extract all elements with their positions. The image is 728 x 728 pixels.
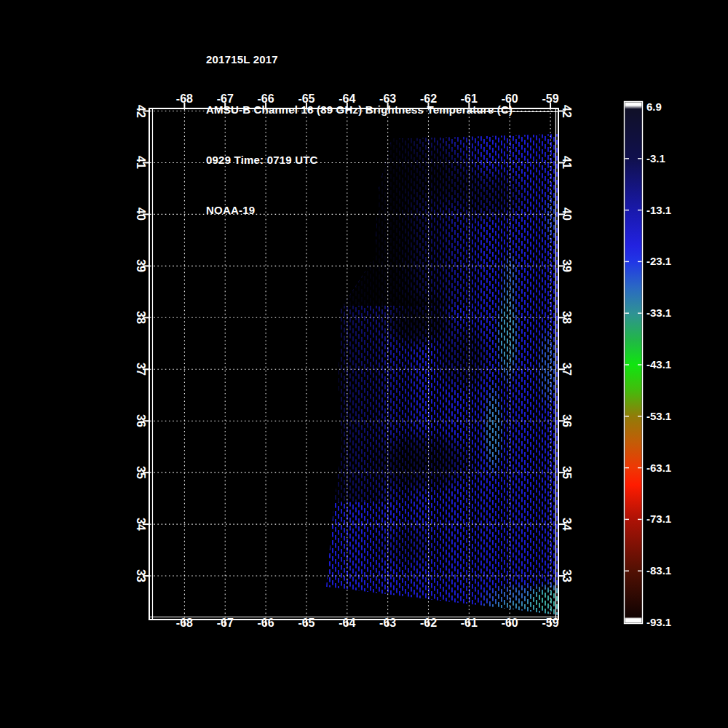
x-tick-label-bottom: -65 [290, 617, 323, 630]
colorbar-tick-label: -83.1 [646, 564, 671, 577]
colorbar-tick-label: -63.1 [646, 462, 671, 475]
y-tick-label-right: 34 [560, 512, 573, 537]
colorbar-tick-label: -13.1 [646, 204, 671, 217]
colorbar-tick-label: -3.1 [646, 152, 665, 165]
y-tick-label-right: 39 [560, 253, 573, 278]
x-tick-label-top: -63 [372, 92, 404, 106]
y-tick-label-left: 33 [134, 563, 147, 588]
x-tick-label-bottom: -61 [453, 617, 485, 630]
x-tick-label-top: -62 [413, 92, 445, 106]
x-tick-label-bottom: -62 [413, 617, 445, 630]
colorbar-tick-label: -33.1 [646, 306, 671, 320]
x-tick-label-bottom: -64 [331, 617, 363, 630]
y-tick-label-left: 42 [134, 99, 147, 124]
colorbar-gradient [625, 103, 642, 623]
x-tick-label-top: -65 [290, 92, 323, 106]
y-tick-label-left: 41 [134, 150, 147, 175]
y-tick-label-left: 36 [134, 408, 147, 433]
colorbar-tick-label: -93.1 [646, 616, 671, 629]
colorbar-tick-label: -23.1 [646, 255, 671, 268]
y-tick-label-right: 41 [560, 150, 573, 175]
y-tick-label-right: 33 [560, 563, 573, 588]
colorbar [625, 102, 643, 624]
y-tick-label-right: 42 [560, 99, 573, 124]
y-tick-label-left: 35 [134, 460, 147, 485]
x-tick-label-bottom: -59 [534, 617, 566, 630]
colorbar-tick-label: -53.1 [646, 410, 671, 423]
y-tick-label-right: 37 [560, 357, 573, 381]
colorbar-tick-label: -73.1 [646, 513, 671, 526]
x-tick-label-top: -61 [453, 92, 485, 106]
x-tick-label-top: -67 [209, 92, 241, 106]
colorbar-tick-label: -43.1 [646, 358, 671, 371]
y-tick-label-left: 38 [134, 305, 147, 330]
y-tick-label-left: 37 [134, 357, 147, 381]
x-tick-label-top: -60 [494, 92, 526, 106]
amsu-b-plot: 201715L 2017 AMSU-B Channel 16 (89 GHz) … [0, 0, 728, 728]
y-tick-label-right: 38 [560, 305, 573, 330]
x-tick-label-top: -64 [331, 92, 363, 106]
plot-canvas [0, 0, 728, 728]
y-tick-label-right: 35 [560, 460, 573, 485]
x-tick-label-bottom: -63 [372, 617, 404, 630]
satellite-swath [313, 124, 564, 626]
colorbar-tick-label: 6.9 [646, 100, 662, 114]
x-tick-label-top: -68 [168, 92, 200, 106]
y-tick-label-right: 36 [560, 408, 573, 433]
x-tick-label-bottom: -68 [168, 617, 200, 630]
y-tick-label-left: 34 [134, 512, 147, 537]
y-tick-label-left: 39 [134, 253, 147, 278]
x-tick-label-bottom: -66 [250, 617, 282, 630]
y-tick-label-left: 40 [134, 202, 147, 226]
x-tick-label-bottom: -67 [209, 617, 241, 630]
x-tick-label-bottom: -60 [494, 617, 526, 630]
x-tick-label-top: -66 [250, 92, 282, 106]
y-tick-label-right: 40 [560, 202, 573, 226]
